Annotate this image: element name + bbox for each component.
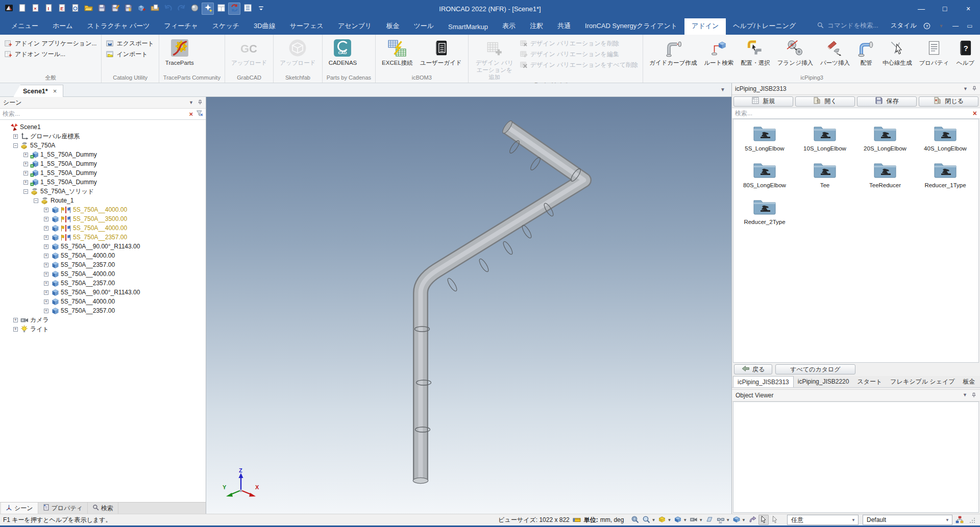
ribbon-item-grabcad-upload[interactable]: GCアップロード <box>228 36 271 73</box>
menu-tab-home[interactable]: ホーム <box>45 18 80 35</box>
catalog-search-input[interactable]: 検索... × <box>732 108 980 119</box>
tree-item[interactable]: +5S_750A__2357.00 <box>0 279 206 288</box>
new-scene-button[interactable] <box>16 3 28 15</box>
dropdown-caret-icon[interactable]: ▼ <box>667 518 671 522</box>
expand-icon[interactable]: + <box>44 290 48 295</box>
catalog-item[interactable]: Reducer_2Type <box>734 197 795 234</box>
expand-icon[interactable]: + <box>23 162 28 166</box>
ribbon-item-properties[interactable]: プロパティ <box>915 36 952 73</box>
insert-part-button[interactable] <box>135 3 148 15</box>
save-button[interactable] <box>95 3 108 15</box>
dropdown-caret-icon[interactable]: ▼ <box>742 518 746 522</box>
ribbon-item-traceparts[interactable]: TraceParts <box>162 36 198 73</box>
menu-tab-sketch[interactable]: スケッチ <box>205 18 247 35</box>
tab-list-caret-icon[interactable]: ▼ <box>720 87 725 92</box>
ribbon-item-excel-link[interactable]: EXCEL接続 <box>378 36 416 73</box>
smart-render-button[interactable] <box>202 3 214 15</box>
ribbon-item-place-select[interactable]: 配置・選択 <box>737 36 774 73</box>
ribbon-item-flange-insert[interactable]: フランジ挿入 <box>774 36 817 73</box>
expand-icon[interactable]: + <box>44 272 48 277</box>
menu-tab-feature[interactable]: フィーチャ <box>157 18 205 35</box>
units-value[interactable]: mm, deg <box>600 516 624 523</box>
menu-tab-surface[interactable]: サーフェス <box>283 18 331 35</box>
ribbon-item-addin-applications[interactable]: アドイン アプリケーション... <box>3 38 99 49</box>
pin-icon[interactable] <box>198 99 203 106</box>
new-window-button[interactable] <box>215 3 227 15</box>
tree-item[interactable]: +1_5S_750A_Dummy <box>0 178 206 187</box>
tree-item[interactable]: +グローバル座標系 <box>0 132 206 141</box>
resize-grip-icon[interactable] <box>967 515 977 525</box>
menu-tab-smartmarkup[interactable]: SmartMarkup <box>441 20 495 35</box>
save-copy-button[interactable] <box>122 3 134 15</box>
zoom-fit-button[interactable] <box>630 515 640 525</box>
expand-icon[interactable]: + <box>44 235 48 240</box>
camera-angle-button[interactable] <box>689 515 699 525</box>
dropdown-caret-icon[interactable]: ▼ <box>726 518 730 522</box>
redo-button[interactable] <box>175 3 187 15</box>
expand-icon[interactable]: + <box>23 180 28 185</box>
open-folder-button[interactable] <box>82 3 94 15</box>
menu-tab-structure-parts[interactable]: ストラクチャ パーツ <box>80 18 157 35</box>
catalog-i-button[interactable]: I <box>42 3 55 15</box>
ribbon-item-route-search[interactable]: ルート検索 <box>700 36 737 73</box>
expand-icon[interactable]: + <box>44 281 48 286</box>
expand-icon[interactable]: + <box>44 217 48 221</box>
expand-icon[interactable]: + <box>44 244 48 249</box>
qat-more-button[interactable] <box>255 3 267 15</box>
catalog-item[interactable]: Reducer_1Type <box>915 160 975 197</box>
menu-tab-addin[interactable]: アドイン <box>684 18 726 35</box>
catalog-item[interactable]: 20S_LongElbow <box>855 123 915 160</box>
menu-tab-assembly[interactable]: アセンブリ <box>331 18 379 35</box>
menu-tab-curve-3d[interactable]: 3D曲線 <box>247 18 283 35</box>
dropdown-caret-icon[interactable]: ▼ <box>651 518 655 522</box>
shaded-mode-button[interactable] <box>673 515 683 525</box>
tree-item[interactable]: +5S_750A__4000.00 <box>0 269 206 279</box>
catalog-item[interactable]: Tee <box>795 160 855 197</box>
maximize-button[interactable]: □ <box>933 1 957 17</box>
style-menu[interactable]: スタイル <box>891 21 917 30</box>
dropdown-caret-icon[interactable]: ▼ <box>699 518 703 522</box>
expand-icon[interactable]: + <box>44 263 48 267</box>
tree-item[interactable]: +5S_750A__3500.00 <box>0 214 206 223</box>
walk-mode-button[interactable] <box>747 515 757 525</box>
all-catalogs-button[interactable]: すべてのカタログ <box>775 364 855 374</box>
catalog-tab-flexible-shape[interactable]: フレキシブル シェイプ <box>886 376 959 387</box>
catalog-tab-start[interactable]: スタート <box>853 376 886 387</box>
expand-icon[interactable]: + <box>13 327 18 332</box>
catalog-item[interactable]: 40S_LongElbow <box>915 123 975 160</box>
tree-item[interactable]: −5S_750A_ソリッド <box>0 187 206 196</box>
close-tab-icon[interactable]: × <box>53 87 57 95</box>
catalog-tab-icpiping-jisb2313[interactable]: icPiping_JISB2313 <box>733 376 794 387</box>
catalog-item[interactable]: 10S_LongElbow <box>795 123 855 160</box>
draft-view-button[interactable] <box>704 515 715 525</box>
sync-button[interactable] <box>228 3 240 15</box>
tree-item[interactable]: −Route_1 <box>0 196 206 205</box>
select-cursor-button[interactable] <box>758 515 769 525</box>
tree-item[interactable]: Scene1 <box>0 122 206 132</box>
undo-button[interactable] <box>162 3 174 15</box>
app-logo-button[interactable] <box>3 3 15 15</box>
collapse-icon[interactable]: − <box>13 143 18 148</box>
save-catalog-button[interactable]: 保存 <box>857 96 917 107</box>
panel-tab-search[interactable]: 検索 <box>88 503 118 514</box>
viewport-3d[interactable]: Z Y X <box>206 97 731 514</box>
catalog-item[interactable]: 5S_LongElbow <box>734 123 795 160</box>
ribbon-item-help[interactable]: ?ヘルプ <box>952 36 978 73</box>
panel-caret-icon[interactable]: ▼ <box>963 392 967 399</box>
ribbon-item-piping[interactable]: 配管 <box>853 36 879 73</box>
expand-icon[interactable]: + <box>13 134 18 139</box>
panel-tab-properties[interactable]: プロパティ <box>38 503 88 514</box>
paste-folder-button[interactable] <box>149 3 161 15</box>
panel-caret-icon[interactable]: ▼ <box>963 86 968 91</box>
new-catalog-button[interactable]: 新規 <box>733 96 793 107</box>
panel-caret-icon[interactable]: ▼ <box>189 100 193 105</box>
catalog-item[interactable]: 80S_LongElbow <box>734 160 795 197</box>
ribbon-item-centerline[interactable]: 中心線生成 <box>879 36 916 73</box>
scene-search-input[interactable]: 検索... × <box>0 109 206 120</box>
menu-tab-display[interactable]: 表示 <box>495 18 523 35</box>
tree-item[interactable]: +5S_750A__2357.00 <box>0 306 206 315</box>
tree-item[interactable]: +5S_750A__2357.00 <box>0 260 206 269</box>
render-sphere-button[interactable] <box>188 3 201 15</box>
tree-item[interactable]: +5S_750A__90.00°_R1143.00 <box>0 288 206 297</box>
ribbon-item-dv-add[interactable]: デザイン バリエーションを追加 <box>471 36 518 81</box>
